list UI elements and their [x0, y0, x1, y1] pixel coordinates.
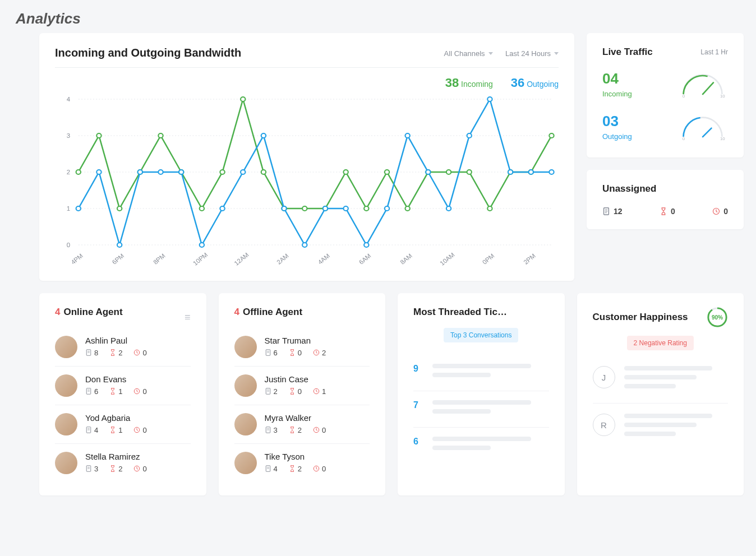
svg-point-68 — [529, 170, 533, 174]
agent-name: Ashlin Paul — [85, 336, 191, 345]
avatar — [55, 374, 77, 397]
svg-point-37 — [385, 170, 389, 174]
thread-row[interactable]: 7 — [413, 391, 549, 428]
thread-row[interactable]: 9 — [413, 355, 549, 391]
rating-row[interactable]: R — [593, 404, 729, 451]
live-outgoing-label: Outgoing — [602, 132, 632, 141]
agent-hourglass: 0 — [289, 349, 302, 357]
live-incoming-label: Incoming — [602, 90, 632, 98]
offline-agents-card: 4 Offline Agent Star Truman 6 0 2 Justin… — [219, 293, 386, 495]
svg-point-33 — [302, 206, 307, 211]
agent-docs: 6 — [265, 349, 278, 357]
agent-row[interactable]: Myra Walker 3 2 0 — [234, 405, 370, 444]
avatar — [55, 452, 77, 474]
svg-text:2AM: 2AM — [275, 252, 290, 266]
svg-point-64 — [446, 206, 451, 211]
live-traffic-card: Live Traffic Last 1 Hr 04 Incoming 0 10 — [587, 33, 744, 157]
agent-clock: 0 — [133, 426, 146, 434]
agent-docs: 8 — [85, 349, 98, 357]
agent-hourglass: 1 — [109, 426, 122, 434]
agent-name: Don Evans — [85, 374, 191, 384]
timerange-dropdown[interactable]: Last 24 Hours — [505, 49, 559, 58]
agent-clock: 2 — [313, 349, 326, 357]
svg-point-61 — [385, 206, 389, 211]
threaded-pill: Top 3 Conversations — [444, 328, 518, 342]
svg-point-57 — [302, 243, 307, 247]
gauge-incoming: 0 10 — [677, 70, 728, 98]
thread-row[interactable]: 6 — [413, 428, 549, 464]
avatar — [234, 413, 257, 435]
svg-text:8PM: 8PM — [152, 252, 167, 266]
agent-name: Justin Case — [265, 374, 370, 384]
rating-row[interactable]: J — [593, 356, 729, 404]
rating-preview — [624, 366, 729, 393]
threaded-tickets-card: Most Threaded Tic… Top 3 Conversations 9… — [398, 293, 565, 495]
agent-clock: 0 — [133, 349, 146, 357]
svg-text:8AM: 8AM — [399, 252, 413, 266]
chart-legend: 38 Incoming 36 Outgoing — [55, 76, 559, 90]
svg-point-65 — [467, 133, 472, 138]
online-count: 4 — [55, 307, 60, 318]
agent-row[interactable]: Tike Tyson 4 2 0 — [234, 444, 370, 482]
agent-docs: 3 — [265, 426, 278, 434]
agent-row[interactable]: Stella Ramirez 3 2 0 — [55, 444, 191, 482]
svg-text:2: 2 — [67, 169, 70, 175]
svg-point-30 — [241, 97, 245, 101]
agent-row[interactable]: Ashlin Paul 8 2 0 — [55, 328, 191, 367]
agent-name: Myra Walker — [265, 413, 370, 423]
unassigned-clock: 0 — [712, 207, 728, 216]
svg-point-22 — [76, 170, 81, 174]
svg-point-49 — [138, 170, 142, 174]
channel-dropdown[interactable]: All Channels — [444, 49, 493, 58]
thread-preview — [432, 400, 549, 418]
svg-point-67 — [508, 170, 513, 174]
svg-text:0: 0 — [683, 136, 685, 141]
agent-row[interactable]: Star Truman 6 0 2 — [234, 328, 370, 367]
agent-row[interactable]: Justin Case 2 0 1 — [234, 367, 370, 405]
svg-point-31 — [261, 170, 266, 174]
agent-name: Tike Tyson — [265, 452, 370, 461]
svg-point-62 — [405, 133, 410, 138]
agent-hourglass: 2 — [289, 426, 302, 434]
svg-point-51 — [179, 170, 183, 174]
svg-point-58 — [323, 206, 328, 211]
svg-point-50 — [158, 170, 163, 174]
menu-icon[interactable]: ≡ — [185, 312, 191, 323]
svg-text:4AM: 4AM — [316, 252, 331, 266]
svg-point-29 — [220, 170, 224, 174]
svg-point-52 — [200, 243, 204, 247]
agent-clock: 0 — [313, 465, 326, 473]
agent-row[interactable]: Yod Agbaria 4 1 0 — [55, 405, 191, 444]
svg-point-46 — [76, 206, 81, 211]
avatar — [234, 374, 257, 397]
hourglass-icon — [660, 207, 667, 215]
agent-clock: 0 — [133, 387, 146, 396]
threaded-title: Most Threaded Tic… — [413, 307, 549, 318]
agent-name: Stella Ramirez — [85, 452, 191, 461]
svg-point-26 — [158, 133, 163, 138]
svg-point-54 — [241, 170, 245, 174]
offline-count: 4 — [234, 307, 239, 318]
bandwidth-card: Incoming and Outgoing Bandwidth All Chan… — [39, 33, 574, 281]
happiness-card: Customer Happiness 90% 2 Negative Rating… — [577, 293, 744, 495]
svg-point-36 — [364, 206, 368, 211]
unassigned-docs: 12 — [602, 207, 623, 216]
svg-text:10PM: 10PM — [192, 251, 209, 266]
svg-text:10: 10 — [720, 94, 725, 98]
svg-point-56 — [282, 206, 286, 211]
avatar — [234, 336, 257, 358]
happiness-ring: 90% — [707, 307, 728, 328]
happiness-title: Customer Happiness — [593, 312, 688, 323]
timerange-dropdown-label: Last 24 Hours — [505, 49, 551, 58]
agent-clock: 1 — [313, 387, 326, 396]
agent-hourglass: 0 — [289, 387, 302, 396]
svg-text:0: 0 — [683, 94, 685, 98]
agent-row[interactable]: Don Evans 6 1 0 — [55, 367, 191, 405]
unassigned-hourglass: 0 — [660, 207, 675, 216]
agent-hourglass: 2 — [109, 349, 122, 357]
svg-point-60 — [364, 243, 368, 247]
chevron-down-icon — [554, 52, 559, 55]
svg-point-55 — [261, 133, 266, 138]
svg-point-23 — [96, 133, 101, 138]
thread-preview — [432, 364, 549, 382]
